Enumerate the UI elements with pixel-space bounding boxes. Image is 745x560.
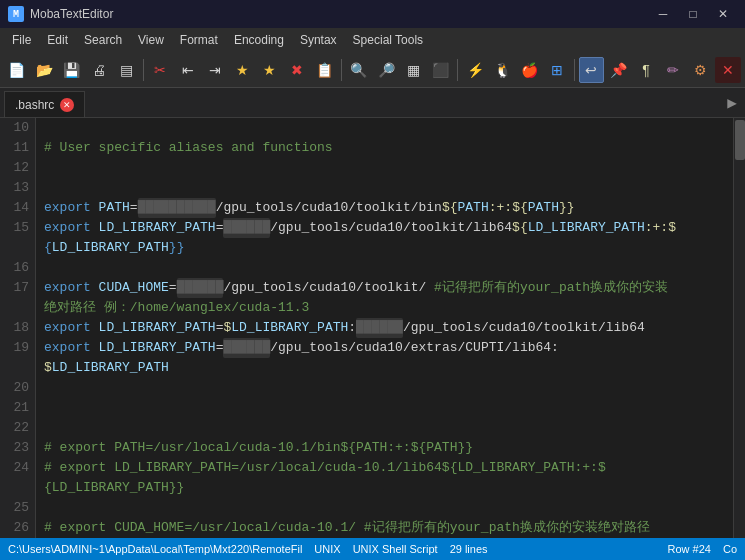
line-num-19: 19 bbox=[6, 338, 29, 358]
tab-bashrc[interactable]: .bashrc ✕ bbox=[4, 91, 85, 117]
indent-button[interactable]: ⇥ bbox=[202, 57, 227, 83]
title-bar: M MobaTextEditor ─ □ ✕ bbox=[0, 0, 745, 28]
app-icon: M bbox=[8, 6, 24, 22]
line-num-18: 18 bbox=[6, 318, 29, 338]
line-num-26: 26 bbox=[6, 518, 29, 538]
code-line-24b: {LD_LIBRARY_PATH}} bbox=[44, 478, 725, 498]
scrollbar-thumb[interactable] bbox=[735, 120, 745, 160]
line-numbers: 10 11 12 13 14 15 · 16 17 · 18 19 · 20 2… bbox=[0, 118, 36, 538]
menu-search[interactable]: Search bbox=[76, 28, 130, 52]
status-encoding: UNIX bbox=[314, 543, 340, 555]
separator3 bbox=[457, 59, 458, 81]
print-button[interactable]: 🖨 bbox=[86, 57, 111, 83]
editor-container: 10 11 12 13 14 15 · 16 17 · 18 19 · 20 2… bbox=[0, 118, 745, 538]
status-row: Row #24 bbox=[668, 543, 711, 555]
line-num-23: 23 bbox=[6, 438, 29, 458]
code-area[interactable]: # User specific aliases and functions ex… bbox=[36, 118, 733, 538]
toolbar: 📄 📂 💾 🖨 ▤ ✂ ⇤ ⇥ ★ ★ ✖ 📋 🔍 🔎 ▦ ⬛ ⚡ 🐧 🍎 ⊞ … bbox=[0, 52, 745, 88]
paragraph-button[interactable]: ¶ bbox=[633, 57, 658, 83]
bookmark-button[interactable]: ★ bbox=[230, 57, 255, 83]
code-line-16 bbox=[44, 258, 725, 278]
find-button[interactable]: 🔍 bbox=[346, 57, 371, 83]
line-num-24: 24 bbox=[6, 458, 29, 478]
undo-button[interactable]: ↩ bbox=[579, 57, 604, 83]
code-line-19: export LD_LIBRARY_PATH=██████/gpu_tools/… bbox=[44, 338, 725, 358]
line-num-20: 20 bbox=[6, 378, 29, 398]
toolbar-btn5[interactable]: ▤ bbox=[113, 57, 138, 83]
separator4 bbox=[574, 59, 575, 81]
apple-button[interactable]: 🍎 bbox=[517, 57, 542, 83]
line-num-14: 14 bbox=[6, 198, 29, 218]
scrollbar[interactable] bbox=[733, 118, 745, 538]
linux-button[interactable]: 🐧 bbox=[490, 57, 515, 83]
tab-scroll-right[interactable]: ▶ bbox=[723, 89, 741, 117]
line-num-17b: · bbox=[6, 298, 29, 318]
connect-button[interactable]: ⚡ bbox=[462, 57, 487, 83]
code-line-21 bbox=[44, 398, 725, 418]
code-line-15b: {LD_LIBRARY_PATH}} bbox=[44, 238, 725, 258]
maximize-button[interactable]: □ bbox=[679, 4, 707, 24]
copy-button[interactable]: 📋 bbox=[312, 57, 337, 83]
minimize-button[interactable]: ─ bbox=[649, 4, 677, 24]
code-line-18: export LD_LIBRARY_PATH=$LD_LIBRARY_PATH:… bbox=[44, 318, 725, 338]
settings-button[interactable]: ⚙ bbox=[688, 57, 713, 83]
close-toolbar-button[interactable]: ✕ bbox=[715, 57, 740, 83]
cut-button[interactable]: ✂ bbox=[148, 57, 173, 83]
tab-bashrc-label: .bashrc bbox=[15, 98, 54, 112]
terminal-button[interactable]: ⬛ bbox=[428, 57, 453, 83]
menu-view[interactable]: View bbox=[130, 28, 172, 52]
grid-button[interactable]: ▦ bbox=[401, 57, 426, 83]
menu-file[interactable]: File bbox=[4, 28, 39, 52]
window-controls: ─ □ ✕ bbox=[649, 4, 737, 24]
code-line-22 bbox=[44, 418, 725, 438]
line-num-13: 13 bbox=[6, 178, 29, 198]
tab-bar: .bashrc ✕ ▶ bbox=[0, 88, 745, 118]
delete-button[interactable]: ✖ bbox=[284, 57, 309, 83]
line-num-15: 15 bbox=[6, 218, 29, 238]
code-line-15: export LD_LIBRARY_PATH=██████/gpu_tools/… bbox=[44, 218, 725, 238]
code-line-26: # export CUDA_HOME=/usr/local/cuda-10.1/… bbox=[44, 518, 725, 538]
save-button[interactable]: 💾 bbox=[59, 57, 84, 83]
line-num-25: 25 bbox=[6, 498, 29, 518]
tab-close-button[interactable]: ✕ bbox=[60, 98, 74, 112]
line-num-12: 12 bbox=[6, 158, 29, 178]
edit-button[interactable]: ✏ bbox=[661, 57, 686, 83]
line-num-24b: · bbox=[6, 478, 29, 498]
code-line-17b: 绝对路径 例：/home/wanglex/cuda-11.3 bbox=[44, 298, 725, 318]
menu-encoding[interactable]: Encoding bbox=[226, 28, 292, 52]
status-col: Co bbox=[723, 543, 737, 555]
title-bar-left: M MobaTextEditor bbox=[8, 6, 113, 22]
code-line-11: # User specific aliases and functions bbox=[44, 138, 725, 158]
close-button[interactable]: ✕ bbox=[709, 4, 737, 24]
code-line-20 bbox=[44, 378, 725, 398]
bookmark2-button[interactable]: ★ bbox=[257, 57, 282, 83]
line-num-17: 17 bbox=[6, 278, 29, 298]
outdent-button[interactable]: ⇤ bbox=[175, 57, 200, 83]
separator1 bbox=[143, 59, 144, 81]
line-num-19b: · bbox=[6, 358, 29, 378]
menu-special-tools[interactable]: Special Tools bbox=[345, 28, 432, 52]
code-line-12 bbox=[44, 158, 725, 178]
zoom-button[interactable]: 🔎 bbox=[373, 57, 398, 83]
code-line-24: # export LD_LIBRARY_PATH=/usr/local/cuda… bbox=[44, 458, 725, 478]
title-text: MobaTextEditor bbox=[30, 7, 113, 21]
code-line-13 bbox=[44, 178, 725, 198]
menu-format[interactable]: Format bbox=[172, 28, 226, 52]
line-num-21: 21 bbox=[6, 398, 29, 418]
code-line-17: export CUDA_HOME=██████/gpu_tools/cuda10… bbox=[44, 278, 725, 298]
code-line-23: # export PATH=/usr/local/cuda-10.1/bin${… bbox=[44, 438, 725, 458]
line-num-16: 16 bbox=[6, 258, 29, 278]
menu-syntax[interactable]: Syntax bbox=[292, 28, 345, 52]
line-num-10: 10 bbox=[6, 118, 29, 138]
code-line-10 bbox=[44, 118, 725, 138]
new-file-button[interactable]: 📄 bbox=[4, 57, 29, 83]
windows-button[interactable]: ⊞ bbox=[544, 57, 569, 83]
menu-edit[interactable]: Edit bbox=[39, 28, 76, 52]
status-bar-right: Row #24 Co bbox=[668, 543, 737, 555]
open-button[interactable]: 📂 bbox=[31, 57, 56, 83]
status-lines: 29 lines bbox=[450, 543, 488, 555]
status-bar: C:\Users\ADMINI~1\AppData\Local\Temp\Mxt… bbox=[0, 538, 745, 560]
code-line-25 bbox=[44, 498, 725, 518]
line-num-22: 22 bbox=[6, 418, 29, 438]
clipboard-button[interactable]: 📌 bbox=[606, 57, 631, 83]
